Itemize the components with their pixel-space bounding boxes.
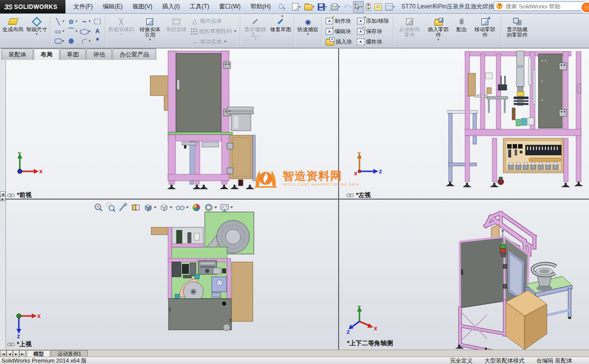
ribbon-show-hidden-components[interactable]: 显示隐藏的零部件 [503,15,531,48]
menu-edit[interactable]: 编辑(E) [98,0,127,13]
tab-assembly[interactable]: 装配体 [1,49,33,60]
sketch-region-button[interactable] [93,16,103,26]
quick-snaps-icon [304,18,312,26]
ribbon-move-component[interactable]: 移动零部件 [471,15,499,48]
help-search-input[interactable] [505,3,576,10]
sketch-arc-button[interactable]: ▾ [66,26,79,36]
ellipse-icon [80,27,88,35]
save-button[interactable]: ▾ [316,1,329,13]
ribbon-generate-layout[interactable]: 生成布局 [1,15,25,48]
tab-motion-study[interactable]: 运动算例1 [51,350,88,357]
ribbon-smart-dimension[interactable]: 智能尺寸 ▾ [25,15,49,48]
section-view-button[interactable] [130,202,141,213]
svg-text:Z: Z [17,334,20,339]
help-search-box[interactable]: ? [494,1,587,11]
print-icon [331,5,338,10]
ribbon-add-remove[interactable]: 添加/移除 [355,16,391,26]
watermark-subtitle: INTELLIGENT MANUFACTURING DATA [283,183,359,186]
select-tool-button[interactable]: ▾ [353,1,364,13]
edit-appearance-button[interactable] [191,202,202,213]
options-button[interactable]: ▾ [384,1,397,13]
left-view-machine-drawing [431,50,588,194]
ribbon-save-block[interactable]: 保存块 [355,26,391,36]
sketch-ellipse-button[interactable]: ▾ [79,26,92,36]
smart-dimension-icon [32,17,42,27]
ribbon-explode-block[interactable]: 爆炸块 [355,37,391,47]
command-tab-strip: 装配体 布局 草图 评估 办公室产品 [1,49,157,60]
line-icon [54,17,62,25]
view-orientation-button[interactable] [143,202,157,213]
rectangle-icon [54,27,62,35]
tab-scroll-first-button[interactable]: |◀ [0,350,6,357]
tab-layout[interactable]: 布局 [34,49,59,60]
ribbon-quick-snaps[interactable]: 快速捕捉 ▾ [296,15,320,48]
hide-show-items-button[interactable] [175,202,189,213]
ribbon-move-entities: 移动实体▾ [189,37,237,47]
tab-evaluate[interactable]: 评估 [86,49,112,60]
menu-tools[interactable]: 工具(T) [185,0,214,13]
tab-sketch[interactable]: 草图 [60,49,86,60]
fillet-icon [82,39,87,44]
menu-view[interactable]: 视图(V) [127,0,157,13]
tab-scroll-last-button[interactable]: ▶| [19,350,26,357]
tab-office[interactable]: 办公室产品 [113,49,156,60]
ribbon-insert-components[interactable]: 插入零部件 ▾ [424,15,453,48]
menu-window[interactable]: 窗口(W) [214,0,245,13]
move-component-label: 移动零部件 [472,27,498,38]
panel-expand-right-button[interactable]: ▶ [0,196,5,201]
save-floppy-icon [318,3,325,10]
panel-expand-left-button[interactable]: ◀ [0,191,5,196]
zoom-to-fit-button[interactable] [93,202,104,213]
ribbon-insert-block[interactable]: 插入块 [324,37,353,47]
ribbon-edit-block[interactable]: 编辑块 [324,26,353,36]
status-product: SolidWorks Premium 2014 x64 版 [1,357,87,364]
tab-scroll-next-button[interactable]: ▶ [13,350,19,357]
apply-scene-button[interactable] [203,202,218,213]
sketch-spline-button[interactable]: ▾ [79,16,92,26]
menu-search-icon[interactable] [278,3,286,11]
sketch-text-button[interactable] [93,26,103,36]
menu-insert[interactable]: 插入(I) [157,0,184,13]
select-cursor-icon [354,3,360,10]
repair-sketch-label: 修复草图 [270,27,291,32]
menu-file[interactable]: 文件(F) [68,0,98,13]
new-document-button[interactable]: ▾ [291,1,302,13]
sketch-entities-palette: ▾ ▾ ▾ ▾ ▾ ▾ ▾ ▾ [52,15,104,48]
view-settings-button[interactable] [219,202,234,213]
sketch-slot-button[interactable]: ▾ [53,36,65,46]
move-entities-icon [190,38,198,46]
viewport-top-label: *上视 [7,340,32,349]
ribbon-mate[interactable]: 配合 [453,15,471,48]
slot-icon [55,39,62,44]
svg-text:X: X [37,314,41,319]
tab-model[interactable]: 模型 [27,350,50,357]
sketch-polygon-button[interactable] [66,36,79,46]
display-style-button[interactable] [159,202,173,213]
viewport-horizontal-splitter[interactable] [5,199,589,200]
previous-view-icon [118,203,128,212]
sketch-line-button[interactable]: ▾ [53,16,65,26]
sketch-circle-button[interactable]: ▾ [66,16,79,26]
smart-dimension-label: 智能尺寸 [26,27,47,32]
sketch-point-button[interactable] [93,36,103,46]
file-properties-button[interactable] [373,1,383,13]
open-document-button[interactable]: ▾ [303,1,316,13]
mirror-entities-icon [190,17,198,25]
explode-block-icon [357,39,364,45]
sketch-rectangle-button[interactable]: ▾ [53,26,65,36]
display-states-button[interactable] [364,1,372,13]
ribbon-repair-sketch[interactable]: 修复草图 [269,15,293,48]
properties-card-icon [374,3,382,10]
ribbon-convert-entities[interactable]: 转换实体引用 ▾ [135,15,164,48]
new-document-icon [292,3,298,10]
tab-scroll-prev-button[interactable]: ◀ [6,350,13,357]
zoom-to-area-button[interactable] [106,202,117,213]
apply-scene-icon [204,203,214,212]
previous-view-button[interactable] [118,202,129,213]
print-button[interactable]: ▾ [329,1,342,13]
ribbon-trim-entities: 剪裁实体(I) ▾ [107,15,136,48]
ribbon-make-block[interactable]: 制作块 [324,16,353,26]
menu-help[interactable]: 帮助(H) [245,0,276,13]
watermark-title: 智造资料网 [283,170,359,182]
graphics-area: 装配体 布局 草图 评估 办公室产品 ◀ ▶ [0,48,589,350]
